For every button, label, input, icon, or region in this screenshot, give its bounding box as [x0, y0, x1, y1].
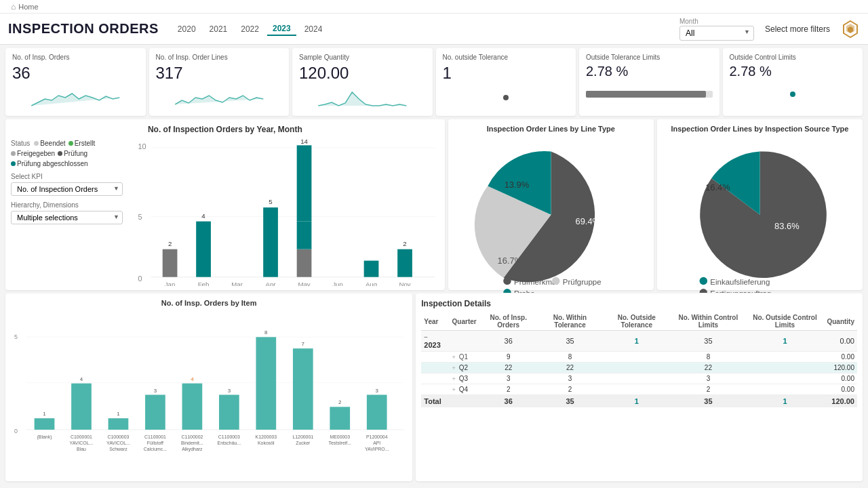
- svg-text:YAVIPRO...: YAVIPRO...: [365, 447, 389, 451]
- svg-rect-21: [397, 249, 412, 277]
- svg-text:Teststreif...: Teststreif...: [329, 441, 352, 445]
- svg-text:Mar: Mar: [231, 281, 243, 286]
- svg-text:4: 4: [201, 212, 205, 220]
- kpi-card-outside-tol: No. outside Tolerance 1: [436, 48, 576, 116]
- svg-text:Bindemit...: Bindemit...: [181, 441, 203, 445]
- expand-icon-q3[interactable]: +: [452, 375, 456, 382]
- svg-rect-18: [297, 145, 312, 221]
- bar-chart-area: 10 5 0 2 4: [128, 137, 439, 286]
- pie-title-2: Inspection Order Lines by Inspection Sou…: [663, 125, 857, 133]
- svg-text:Kokosöl: Kokosöl: [258, 441, 275, 445]
- year-tabs: 2020 2021 2022 2023 2024: [172, 22, 328, 36]
- kpi-card-sample-qty: Sample Quantity 120.00: [292, 48, 433, 116]
- svg-text:Apr: Apr: [266, 281, 277, 286]
- more-filters-button[interactable]: Select more filters: [765, 24, 830, 34]
- svg-point-45: [699, 289, 707, 293]
- table-row: + Q1 9 8 8 0.00: [421, 352, 857, 363]
- table-row: − 2023 36 35 1 35 1 0.00: [421, 331, 857, 352]
- svg-rect-9: [163, 249, 178, 277]
- col-outside-ctrl: No. Outside Control Limits: [746, 312, 825, 331]
- table-total-row: Total 36 35 1 35 1 120.00: [421, 395, 857, 408]
- expand-icon-q2[interactable]: +: [452, 365, 456, 371]
- svg-rect-70: [182, 384, 203, 430]
- svg-rect-15: [297, 249, 312, 277]
- svg-rect-20: [364, 261, 379, 277]
- svg-text:Alkydharz: Alkydharz: [182, 447, 203, 452]
- year-tab-2020[interactable]: 2020: [172, 22, 201, 36]
- hierarchy-select-button[interactable]: Multiple selections: [11, 211, 123, 224]
- svg-text:P1200004: P1200004: [366, 434, 388, 439]
- chart-controls: Status Beendet Erstellt Freigegeben Prüf…: [11, 137, 123, 286]
- svg-text:C1100003: C1100003: [218, 434, 240, 439]
- kpi-card-insp-orders: No. of Insp. Orders 36: [5, 48, 146, 116]
- kpi-row: No. of Insp. Orders 36 No. of Insp. Orde…: [0, 45, 868, 119]
- bar-chart-svg: 10 5 0 2 4: [128, 137, 439, 286]
- svg-text:ME00003: ME00003: [330, 434, 350, 439]
- svg-text:Prüfmerkmal: Prüfmerkmal: [514, 278, 558, 286]
- svg-rect-83: [293, 348, 313, 430]
- svg-point-39: [503, 289, 511, 293]
- col-orders: No. of Insp. Orders: [479, 312, 538, 331]
- home-icon: ⌂: [11, 2, 16, 12]
- sparkline-2: [156, 85, 283, 109]
- svg-text:YAVICOL...: YAVICOL...: [106, 441, 130, 445]
- kpi-title: Sample Quantity: [299, 54, 426, 61]
- col-qty: Quantity: [824, 312, 857, 331]
- hierarchy-selector-section: Hierarchy, Dimensions Multiple selection…: [11, 201, 123, 224]
- pie-svg-2: 83.6% 16.4% Einkaufslieferung Fertigungs…: [663, 137, 857, 293]
- svg-rect-79: [256, 337, 276, 430]
- svg-text:Prüfgruppe: Prüfgruppe: [563, 278, 601, 286]
- svg-point-35: [503, 277, 511, 285]
- svg-text:Entschäu...: Entschäu...: [218, 441, 241, 445]
- kpi-value: 2.78 %: [730, 64, 856, 79]
- expand-icon-q4[interactable]: +: [452, 386, 456, 393]
- svg-text:C1100002: C1100002: [181, 434, 203, 439]
- svg-text:YAVICOL...: YAVICOL...: [70, 441, 94, 445]
- svg-text:69.4%: 69.4%: [575, 216, 600, 226]
- svg-text:3: 3: [154, 388, 157, 394]
- svg-text:1: 1: [43, 411, 46, 417]
- kpi-value: 317: [156, 64, 283, 83]
- legend-label: Status: [11, 140, 30, 147]
- svg-rect-55: [71, 384, 92, 430]
- svg-text:Feb: Feb: [198, 281, 210, 286]
- svg-text:K1200003: K1200003: [256, 434, 277, 439]
- year-tab-2022[interactable]: 2022: [235, 22, 264, 36]
- table-title: Inspection Details: [421, 299, 857, 308]
- year-tab-2021[interactable]: 2021: [204, 22, 233, 36]
- svg-rect-11: [196, 222, 211, 277]
- svg-rect-60: [108, 418, 129, 430]
- kpi-value: 120.00: [299, 64, 426, 83]
- svg-text:14: 14: [300, 138, 308, 145]
- svg-text:2: 2: [338, 399, 341, 405]
- hierarchy-label: Hierarchy, Dimensions: [11, 201, 123, 209]
- expand-icon[interactable]: −: [424, 333, 428, 341]
- svg-text:16.4%: 16.4%: [705, 182, 730, 192]
- kpi-card-ctrl-limits: Outside Control Limits 2.78 %: [723, 48, 863, 116]
- svg-rect-75: [219, 394, 239, 429]
- kpi-select-button[interactable]: No. of Inspection Orders: [11, 182, 123, 196]
- year-tab-2023[interactable]: 2023: [267, 22, 296, 36]
- logo: [841, 20, 860, 39]
- svg-text:1: 1: [117, 411, 120, 417]
- bar-chart-title: No. of Inspection Orders by Year, Month: [11, 125, 439, 134]
- expand-icon-q1[interactable]: +: [452, 354, 456, 361]
- pie-chart-source-type: Inspection Order Lines by Inspection Sou…: [657, 119, 863, 290]
- svg-text:7: 7: [302, 341, 304, 347]
- month-select[interactable]: AllJanuaryFebruaryMarch AprilMayJuneJuly…: [679, 26, 754, 41]
- col-quarter: Quarter: [450, 312, 479, 331]
- svg-rect-87: [330, 407, 350, 430]
- svg-text:4: 4: [191, 376, 194, 382]
- col-within-tol: No. Within Tolerance: [538, 312, 603, 331]
- inspection-table: Year Quarter No. of Insp. Orders No. Wit…: [421, 312, 857, 407]
- kpi-dot-container: [443, 85, 570, 109]
- svg-text:(Blank): (Blank): [37, 434, 52, 440]
- pie-svg-1: 69.4% 16.7% 13.9% Prüfmerkmal Prüfgruppe…: [454, 137, 648, 293]
- year-tab-2024[interactable]: 2024: [299, 22, 328, 36]
- svg-text:5: 5: [269, 198, 272, 205]
- svg-text:Nov: Nov: [399, 281, 410, 286]
- svg-text:Jun: Jun: [332, 281, 343, 286]
- month-filter: Month AllJanuaryFebruaryMarch AprilMayJu…: [679, 18, 754, 41]
- svg-text:C1000003: C1000003: [107, 434, 129, 439]
- svg-text:API: API: [373, 441, 380, 445]
